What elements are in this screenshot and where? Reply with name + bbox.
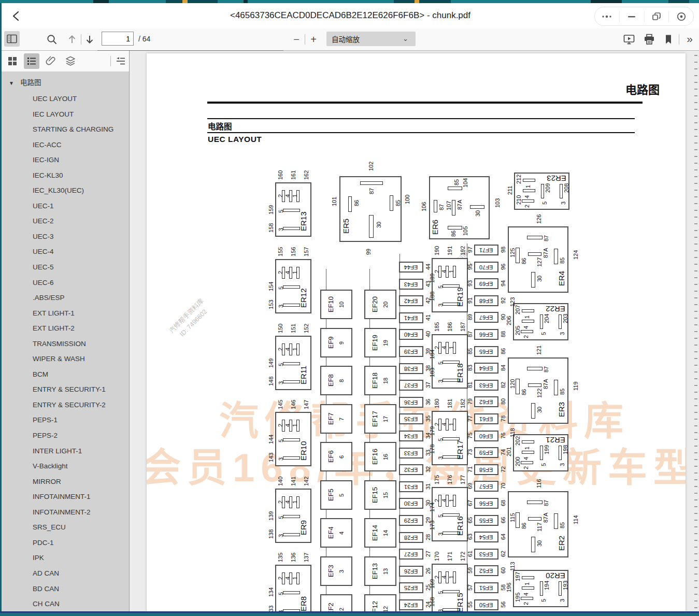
outline-item[interactable]: BCM: [2, 367, 129, 382]
outline-item[interactable]: IEC-IGN: [2, 152, 129, 168]
outline-item[interactable]: BD CAN: [2, 581, 129, 597]
fuse-EF38: EF38: [399, 363, 423, 374]
diagram-label: 205: [515, 325, 521, 336]
outline-item[interactable]: IPK: [2, 550, 129, 566]
page-number-input[interactable]: [102, 32, 134, 46]
scrollbar[interactable]: [694, 51, 698, 611]
outline-item[interactable]: INFOTAINMENT-2: [2, 505, 129, 520]
outline-item[interactable]: EXT LIGHT-1: [2, 306, 129, 321]
relay-pin-slot: [541, 184, 544, 198]
presentation-mode-button[interactable]: [622, 33, 636, 46]
fuse-EF25: EF25: [399, 582, 423, 593]
diagram-label: EF3: [327, 557, 335, 585]
fuse-EF20: EF2020: [364, 290, 396, 319]
minimize-button[interactable]: [619, 11, 644, 22]
outline-item[interactable]: INFOTAINMENT-1: [2, 489, 129, 505]
outline-item[interactable]: IEC LAYOUT: [2, 107, 129, 122]
outline-item[interactable]: PDC-1: [2, 535, 129, 551]
outline-root-item[interactable]: ▼电路图: [2, 71, 129, 91]
diagram-label: EF2: [327, 595, 335, 611]
diagram-label: 90: [500, 310, 506, 324]
diagram-label: 159: [268, 204, 274, 216]
outline-item[interactable]: INTER LIGHT-1: [2, 443, 129, 459]
restore-button[interactable]: [644, 11, 669, 22]
outline-item[interactable]: TRANSMISSION: [2, 336, 129, 352]
attachments-view-button[interactable]: [43, 53, 59, 69]
scrollbar-tick: [694, 237, 697, 238]
viewer-area[interactable]: 汽修帮手在线资料库 会员168/年，每周更新车型 汽修帮手资料库ID: 7496…: [130, 51, 699, 611]
diagram-label: 8: [338, 367, 345, 394]
record-button[interactable]: [668, 11, 693, 22]
zoom-out-button[interactable]: −: [290, 33, 303, 46]
search-button[interactable]: [45, 33, 59, 46]
relay-pin-slot: [527, 236, 543, 239]
fuse-EF13: EF1313: [364, 556, 396, 586]
outline-item[interactable]: UEC-6: [2, 275, 129, 291]
diagram-label: 3: [437, 377, 444, 385]
outline-item[interactable]: STARTING & CHARGING: [2, 122, 129, 137]
diagram-label: EF20: [372, 291, 379, 318]
relay-ER9: 24153139138ER9140141142: [275, 489, 311, 543]
scrollbar-tick: [694, 452, 697, 453]
diagram-label: ER19: [456, 283, 465, 311]
outline-item[interactable]: IEC-ACC: [2, 137, 129, 153]
diagram-label: 153: [268, 299, 274, 310]
more-tools-button[interactable]: »: [682, 32, 697, 46]
outline-view-button[interactable]: [24, 53, 39, 69]
outline-item[interactable]: MIRROR: [2, 474, 129, 490]
outline-item[interactable]: UEC-5: [2, 260, 129, 275]
scrollbar-tick: [694, 398, 697, 399]
diagram-label: 20: [382, 291, 389, 318]
diagram-label: EF18: [372, 367, 379, 394]
scrollbar-tick: [694, 466, 697, 467]
diagram-label: 87: [543, 234, 549, 243]
outline-item[interactable]: ENTRY & SECURITY-2: [2, 397, 129, 413]
diagram-label: 3: [278, 608, 284, 611]
fuse-EF40: EF40: [399, 329, 423, 340]
diagram-label: 3: [278, 379, 284, 387]
find-previous-button[interactable]: [66, 33, 78, 46]
outline-item[interactable]: UEC-4: [2, 244, 129, 260]
zoom-select-value: 自动缩放: [332, 34, 360, 44]
outline-item[interactable]: .ABS/ESP: [2, 290, 129, 306]
relay-pin-slot: [516, 512, 520, 528]
diagram-label: 85: [453, 179, 460, 186]
fuse-EF65: EF65: [474, 346, 498, 357]
outline-item[interactable]: UEC LAYOUT: [2, 91, 129, 107]
diagram-label: 204: [544, 313, 550, 324]
outline-item[interactable]: PEPS-2: [2, 428, 129, 443]
outline-item[interactable]: PEPS-1: [2, 412, 129, 428]
diagram-label: 162: [303, 168, 309, 182]
outline-item[interactable]: UEC-2: [2, 213, 129, 229]
diagram-label: 2: [523, 464, 529, 471]
outline-item[interactable]: AD CAN: [2, 566, 129, 581]
diagram-label: 38: [425, 362, 431, 375]
outline-item[interactable]: UEC-3: [2, 229, 129, 245]
outline-item[interactable]: IEC_KL30(UEC): [2, 183, 129, 198]
outline-item[interactable]: CH CAN: [2, 596, 129, 611]
diagram-label: 1: [448, 572, 454, 582]
zoom-in-button[interactable]: +: [307, 33, 320, 46]
outline-item[interactable]: EXT LIGHT-2: [2, 321, 129, 336]
outline-item[interactable]: UEC-1: [2, 198, 129, 214]
outline-item[interactable]: IEC-KL30: [2, 168, 129, 183]
print-button[interactable]: [643, 33, 656, 46]
relay-pin-slot: [528, 517, 541, 521]
zoom-select[interactable]: 自动缩放 ⌄: [326, 32, 416, 46]
outline-item[interactable]: V-Backlight: [2, 459, 129, 474]
outline-item[interactable]: ENTRY & SECURITY-1: [2, 382, 129, 397]
more-button[interactable]: [595, 11, 619, 22]
diagram-label: 118: [509, 426, 516, 440]
diagram-label: 91: [467, 294, 473, 307]
bookmark-button[interactable]: [662, 33, 675, 46]
sidebar-toggle-button[interactable]: [4, 31, 20, 47]
outline-item[interactable]: WIPER & WASH: [2, 351, 129, 367]
find-next-button[interactable]: [83, 33, 96, 46]
outline-item[interactable]: SRS_ECU: [2, 520, 129, 535]
layers-view-button[interactable]: [63, 53, 78, 69]
diagram-label: 65: [467, 513, 473, 527]
scrollbar-tick: [694, 264, 697, 265]
relay-ER4: 871258612787A8530ER4126123124: [508, 226, 568, 293]
thumbnails-view-button[interactable]: [5, 53, 20, 69]
current-outline-item-button[interactable]: [113, 53, 129, 69]
